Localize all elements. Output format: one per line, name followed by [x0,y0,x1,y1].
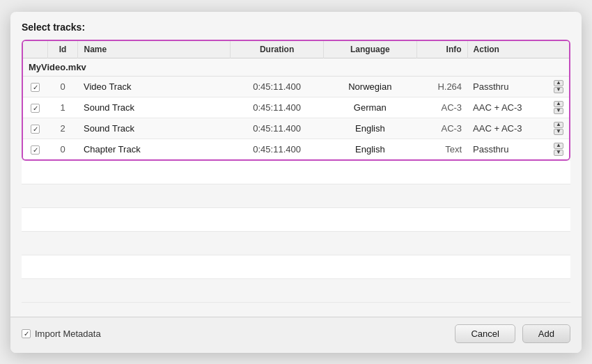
row-checkbox[interactable] [31,104,40,113]
row-action-cell[interactable]: Passthru▲▼ [467,139,569,159]
empty-row [22,161,570,184]
stepper-up-button[interactable]: ▲ [554,101,563,107]
stepper-up-button[interactable]: ▲ [554,80,563,86]
row-info: H.264 [416,76,467,97]
row-language: English [323,139,416,159]
row-checkbox[interactable] [31,145,40,155]
tracks-container: Id Name Duration Language Info Action My… [22,40,570,161]
select-tracks-dialog: Select tracks: Id Name Duration Language… [10,12,582,353]
import-metadata-section: Import Metadata [22,329,101,339]
row-info: Text [416,139,467,159]
empty-rows-area [22,161,570,310]
row-duration: 0:45:11.400 [231,118,324,139]
row-language: Norwegian [323,76,416,97]
stepper-down-button[interactable]: ▼ [554,87,563,93]
empty-row [22,184,570,208]
row-action-cell[interactable]: Passthru▲▼ [467,76,569,97]
row-info: AC-3 [416,97,467,118]
table-row: 0Video Track0:45:11.400NorwegianH.264Pas… [23,76,569,97]
row-action-label: AAC + AC-3 [473,123,522,134]
row-language: English [323,118,416,139]
stepper-up-button[interactable]: ▲ [554,143,563,149]
row-id: 2 [47,118,78,139]
row-id: 0 [47,76,78,97]
row-duration: 0:45:11.400 [231,97,324,118]
dialog-body: Select tracks: Id Name Duration Language… [10,12,582,317]
empty-row [22,208,570,232]
row-action-label: AAC + AC-3 [473,102,522,113]
row-duration: 0:45:11.400 [231,76,324,97]
tracks-table: Id Name Duration Language Info Action My… [23,41,569,159]
row-action-stepper[interactable]: ▲▼ [554,80,563,93]
row-name: Video Track [78,76,231,97]
stepper-down-button[interactable]: ▼ [554,108,563,114]
table-row: 0Chapter Track0:45:11.400EnglishTextPass… [23,139,569,159]
table-row: 1Sound Track0:45:11.400GermanAC-3AAC + A… [23,97,569,118]
row-checkbox-cell[interactable] [23,118,47,139]
dialog-footer: Import Metadata Cancel Add [10,317,582,353]
stepper-down-button[interactable]: ▼ [554,150,563,156]
empty-row [22,279,570,303]
row-action-stepper[interactable]: ▲▼ [554,143,563,156]
row-checkbox-cell[interactable] [23,97,47,118]
col-header-info: Info [416,41,467,58]
row-name: Sound Track [78,97,231,118]
row-language: German [323,97,416,118]
col-header-language: Language [323,41,416,58]
row-action-stepper[interactable]: ▲▼ [554,122,563,135]
row-id: 1 [47,97,78,118]
add-button[interactable]: Add [522,324,570,343]
stepper-up-button[interactable]: ▲ [554,122,563,128]
col-header-duration: Duration [231,41,324,58]
filename-cell: MyVideo.mkv [23,58,569,76]
row-action-cell[interactable]: AAC + AC-3▲▼ [467,97,569,118]
row-action-label: Passthru [473,81,508,92]
row-checkbox[interactable] [31,83,40,92]
row-info: AC-3 [416,118,467,139]
row-action-stepper[interactable]: ▲▼ [554,101,563,114]
col-header-id: Id [47,41,78,58]
section-title: Select tracks: [22,22,570,33]
footer-buttons: Cancel Add [455,324,570,343]
row-checkbox-cell[interactable] [23,76,47,97]
filename-row: MyVideo.mkv [23,58,569,76]
empty-row [22,255,570,279]
row-id: 0 [47,139,78,159]
row-action-label: Passthru [473,144,508,155]
row-duration: 0:45:11.400 [231,139,324,159]
row-checkbox-cell[interactable] [23,139,47,159]
import-metadata-checkbox[interactable] [22,329,31,338]
table-header-row: Id Name Duration Language Info Action [23,41,569,58]
col-header-name: Name [78,41,231,58]
col-header-action: Action [467,41,569,58]
empty-row [22,232,570,255]
row-action-cell[interactable]: AAC + AC-3▲▼ [467,118,569,139]
cancel-button[interactable]: Cancel [455,324,515,343]
row-name: Chapter Track [78,139,231,159]
row-name: Sound Track [78,118,231,139]
row-checkbox[interactable] [31,125,40,134]
import-metadata-label: Import Metadata [35,329,101,339]
col-header-check [23,41,47,58]
table-row: 2Sound Track0:45:11.400EnglishAC-3AAC + … [23,118,569,139]
stepper-down-button[interactable]: ▼ [554,129,563,135]
